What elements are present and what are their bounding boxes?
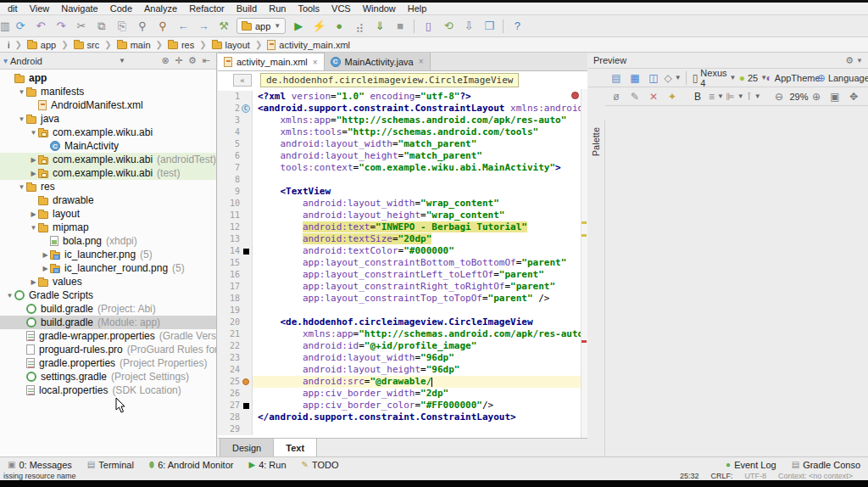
profiler-icon[interactable]: ⣴ xyxy=(350,18,369,35)
tab-text[interactable]: Text xyxy=(274,439,317,456)
bold-icon[interactable]: B xyxy=(689,89,706,104)
menu-item-run[interactable]: Run xyxy=(263,3,292,14)
notifications-icon[interactable]: ⚐ xyxy=(864,89,868,104)
preview-canvas[interactable]: 7:00 INWEPO - Berbagi Tutorial ◁○□ xyxy=(605,105,868,106)
tree-item-local-properties[interactable]: local.properties(SDK Location) xyxy=(0,383,216,397)
redo-icon[interactable]: ↷ xyxy=(52,18,70,35)
breadcrumb-item[interactable]: activity_main.xml xyxy=(264,37,353,52)
forward-icon[interactable]: → xyxy=(194,18,213,35)
tree-item-settings-gradle[interactable]: settings.gradle(Project Settings) xyxy=(0,370,216,383)
palette-tab[interactable]: Palette xyxy=(588,120,605,456)
code-line-22[interactable]: 22 android:id="@+id/profile_image" xyxy=(218,340,581,352)
lightbulb-icon[interactable] xyxy=(242,378,249,385)
tree-item-bola-png[interactable]: bola.png(xhdpi) xyxy=(0,234,216,248)
line-ending-indicator[interactable]: CRLF: xyxy=(710,472,732,480)
breadcrumb-item[interactable]: res❯ xyxy=(165,37,209,52)
tree-item-java[interactable]: ▼java xyxy=(0,112,216,126)
code-line-27[interactable]: 27 app:civ_border_color="#FF000000"/> xyxy=(218,400,581,411)
clear-constraints-icon[interactable]: ✕ xyxy=(645,89,662,104)
code-line-12[interactable]: 12 android:text="INWEPO - Berbagi Tutori… xyxy=(218,221,581,233)
tree-item-proguard-rules-pro[interactable]: proguard-rules.pro(ProGuard Rules for ap… xyxy=(0,343,216,356)
viewport-icon[interactable]: ▤ xyxy=(608,70,625,86)
code-line-28[interactable]: 28</android.support.constraint.Constrain… xyxy=(218,411,581,423)
tree-item-com-example-wiku-abi[interactable]: ▼com.example.wiku.abi xyxy=(0,126,216,139)
tree-expand-arrow[interactable]: ▶ xyxy=(29,156,38,164)
gradle-sync-icon[interactable]: ⟲ xyxy=(439,18,458,35)
distribute-icon[interactable]: ⊺▼ xyxy=(745,89,762,104)
stripe-mark[interactable] xyxy=(581,340,587,343)
code-line-2[interactable]: 2C<android.support.constraint.Constraint… xyxy=(218,103,581,115)
tree-item-app[interactable]: app xyxy=(0,71,216,85)
editor-tab-mainactivity-java[interactable]: CMainActivity.java× xyxy=(325,53,431,70)
stripe-mark[interactable] xyxy=(581,234,587,237)
gradle-console-button[interactable]: ▤Gradle Conso xyxy=(784,457,868,472)
cut-icon[interactable]: ✂ xyxy=(72,18,91,35)
device-select[interactable]: ▯Nexus 4▼ xyxy=(691,70,737,86)
code-line-17[interactable]: 17 app:layout_constraintRight_toRightOf=… xyxy=(218,281,581,293)
sync-icon[interactable]: ⟳ xyxy=(11,18,30,35)
tree-item-layout[interactable]: ▶layout xyxy=(0,207,216,221)
completion-popup[interactable]: de.hdodenhof.circleimageview.CircleImage… xyxy=(260,73,519,87)
editor-tab-activity_main-xml[interactable]: activity_main.xml× xyxy=(218,53,325,70)
settings-icon[interactable]: ⚙ xyxy=(186,55,199,66)
menu-item-help[interactable]: Help xyxy=(402,3,433,14)
guidelines-icon[interactable]: ≡▼ xyxy=(708,89,725,104)
attach-debugger-icon[interactable]: ⚡ xyxy=(309,18,328,35)
code-line-11[interactable]: 11 android:layout_height="wrap_content" xyxy=(218,210,581,221)
pan-icon[interactable]: ✥ xyxy=(845,89,862,104)
tree-expand-arrow[interactable]: ▼ xyxy=(17,183,26,191)
run-configuration-select[interactable]: app▼ xyxy=(236,18,286,34)
tree-item-ic-launcher-png[interactable]: ▶ic_launcher.png(5) xyxy=(0,248,216,261)
tree-item-gradle-scripts[interactable]: ▼Gradle Scripts xyxy=(0,288,216,302)
tree-item-mipmap[interactable]: ▼mipmap xyxy=(0,221,216,234)
orientation-icon[interactable]: ◇▼ xyxy=(664,70,682,86)
tree-expand-arrow[interactable]: ▼ xyxy=(29,129,38,137)
code-line-18[interactable]: 18 app:layout_constraintTop_toTopOf="par… xyxy=(218,293,581,305)
help-icon[interactable]: ? xyxy=(508,18,526,35)
debug-icon[interactable]: ● xyxy=(330,18,348,35)
gear-icon[interactable]: ⚙ xyxy=(845,55,854,66)
zoom-in-icon[interactable]: ⊕ xyxy=(808,89,825,104)
menu-item-navigate[interactable]: Navigate xyxy=(55,3,103,14)
code-line-14[interactable]: 14 android:textColor="#000000" xyxy=(218,245,581,257)
apk-install-icon[interactable]: ⇓ xyxy=(370,18,389,35)
todo-button[interactable]: ✎TODO xyxy=(294,457,347,472)
code-line-3[interactable]: 3 xmlns:app="http://schemas.android.com/… xyxy=(218,115,581,126)
zoom-level[interactable]: 29% xyxy=(789,89,806,104)
tree-expand-arrow[interactable]: ▼ xyxy=(17,115,26,123)
close-icon[interactable]: × xyxy=(313,58,318,67)
code-line-9[interactable]: 9 <TextView xyxy=(218,186,581,198)
infer-constraints-icon[interactable]: ✦ xyxy=(664,89,681,104)
align-icon[interactable]: ⊫▼ xyxy=(726,89,743,104)
code-line-13[interactable]: 13 android:textSize="20dp" xyxy=(218,233,581,245)
event-log-button[interactable]: ●Event Log xyxy=(718,457,784,472)
collapse-region-button[interactable]: « xyxy=(233,74,252,87)
close-icon[interactable]: × xyxy=(419,57,424,66)
run-button[interactable]: ▶4: Run xyxy=(241,457,293,472)
tree-item-gradle-properties[interactable]: gradle.properties(Project Properties) xyxy=(0,356,216,370)
code-line-10[interactable]: 10 android:layout_width="wrap_content" xyxy=(218,198,581,210)
find-icon[interactable]: ⚲ xyxy=(133,18,152,35)
back-icon[interactable]: ← xyxy=(174,18,192,35)
replace-icon[interactable]: ⚲ xyxy=(153,18,172,35)
menu-item-window[interactable]: Window xyxy=(357,3,402,14)
undo-icon[interactable]: ↶ xyxy=(31,18,50,35)
code-line-20[interactable]: 20 <de.hdodenhof.circleimageview.CircleI… xyxy=(218,316,581,328)
code-line-1[interactable]: 1<?xml version="1.0" encoding="utf-8"?> xyxy=(218,91,581,103)
menu-item-analyze[interactable]: Analyze xyxy=(138,3,183,14)
code-line-6[interactable]: 6 android:layout_height="match_parent" xyxy=(218,150,581,162)
copy-icon[interactable]: ⧉ xyxy=(92,18,111,35)
error-stripe[interactable] xyxy=(581,89,587,438)
tree-item-values[interactable]: ▶values xyxy=(0,275,216,288)
tree-item-androidmanifest-xml[interactable]: AndroidManifest.xml xyxy=(0,98,216,112)
build-hammer-icon[interactable]: ⚒ xyxy=(214,18,233,35)
tree-item-build-gradle[interactable]: build.gradle(Module: app) xyxy=(0,316,216,329)
run-icon[interactable]: ▶ xyxy=(289,18,308,35)
code-line-7[interactable]: 7 tools:context="com.example.wiku.abi.Ma… xyxy=(218,162,581,174)
tree-item-drawable[interactable]: drawable xyxy=(0,193,216,207)
menu-item-refactor[interactable]: Refactor xyxy=(183,3,231,14)
project-view-selector[interactable]: Android xyxy=(10,56,42,66)
code-line-8[interactable]: 8 xyxy=(218,174,581,186)
tree-item-com-example-wiku-abi[interactable]: ▶com.example.wiku.abi(test) xyxy=(0,166,216,180)
tree-item-com-example-wiku-abi[interactable]: ▶com.example.wiku.abi(androidTest) xyxy=(0,153,216,166)
